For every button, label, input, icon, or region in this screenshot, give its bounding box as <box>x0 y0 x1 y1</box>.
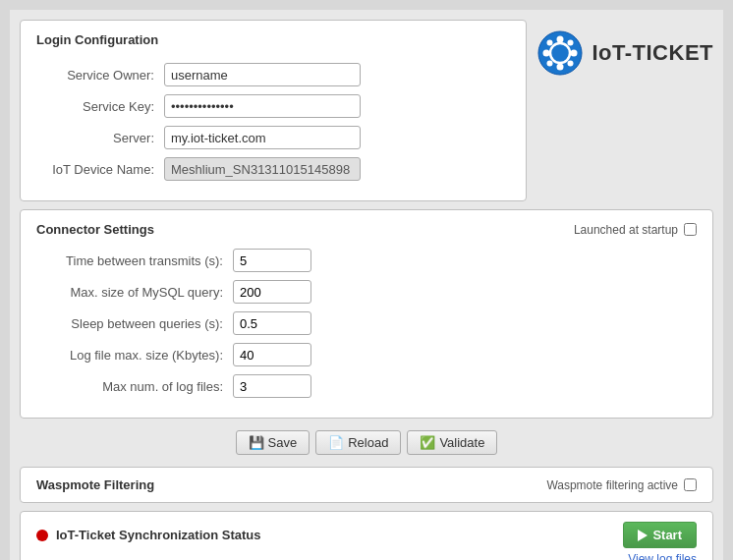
action-buttons-row: 💾 Save 📄 Reload ✅ Validate <box>20 430 713 455</box>
sync-panel-title: IoT-Ticket Synchronization Status <box>56 528 261 542</box>
log-file-size-input[interactable] <box>233 343 311 366</box>
start-button[interactable]: Start <box>623 522 697 548</box>
waspmote-filtering-panel: Waspmote Filtering Waspmote filtering ac… <box>20 467 713 503</box>
service-key-input[interactable] <box>164 94 361 118</box>
reload-button[interactable]: 📄 Reload <box>315 430 401 455</box>
iot-ticket-logo-icon <box>536 29 584 77</box>
play-icon <box>638 530 648 541</box>
svg-point-7 <box>568 61 574 67</box>
logo-area: IoT-TICKET <box>536 20 713 77</box>
service-owner-input[interactable] <box>164 63 361 86</box>
sleep-between-queries-label: Sleep between queries (s): <box>36 316 233 331</box>
launched-at-startup-label: Launched at startup <box>574 223 678 237</box>
service-key-label: Service Key: <box>36 99 164 114</box>
sync-title-area: IoT-Ticket Synchronization Status <box>36 528 261 542</box>
log-file-size-row: Log file max. size (Kbytes): <box>36 343 697 366</box>
svg-point-6 <box>547 40 553 46</box>
svg-point-3 <box>557 64 564 71</box>
max-mysql-label: Max. size of MySQL query: <box>36 285 233 300</box>
iot-device-input <box>164 157 361 181</box>
svg-point-4 <box>543 50 550 57</box>
sync-header: IoT-Ticket Synchronization Status Start <box>36 522 697 548</box>
max-log-files-label: Max num. of log files: <box>36 379 233 394</box>
sleep-between-queries-input[interactable] <box>233 311 311 335</box>
max-log-files-row: Max num. of log files: <box>36 374 697 398</box>
validate-icon: ✅ <box>420 435 435 450</box>
waspmote-header: Waspmote Filtering Waspmote filtering ac… <box>36 477 697 492</box>
server-input[interactable] <box>164 126 361 149</box>
svg-point-8 <box>568 40 574 46</box>
sync-status-panel: IoT-Ticket Synchronization Status Start … <box>20 511 713 560</box>
server-row: Server: <box>36 126 510 149</box>
view-log-row: View log files <box>36 552 697 560</box>
waspmote-active-area: Waspmote filtering active <box>546 478 697 492</box>
connector-settings-panel: Connector Settings Launched at startup T… <box>20 209 713 419</box>
launched-at-startup-checkbox[interactable] <box>684 223 697 236</box>
server-label: Server: <box>36 131 164 145</box>
save-label: Save <box>268 435 298 450</box>
sleep-between-queries-row: Sleep between queries (s): <box>36 311 697 335</box>
connector-panel-title: Connector Settings <box>36 222 154 237</box>
login-configuration-panel: Login Configuration Service Owner: Servi… <box>20 20 527 201</box>
launched-at-startup-area: Launched at startup <box>574 223 697 237</box>
iot-device-row: IoT Device Name: <box>36 157 510 181</box>
service-key-row: Service Key: <box>36 94 510 118</box>
service-owner-row: Service Owner: <box>36 63 510 86</box>
service-owner-label: Service Owner: <box>36 68 164 83</box>
max-mysql-input[interactable] <box>233 280 311 304</box>
save-button[interactable]: 💾 Save <box>236 430 310 455</box>
svg-point-2 <box>557 36 564 43</box>
view-log-files-link[interactable]: View log files <box>628 552 697 560</box>
log-file-size-label: Log file max. size (Kbytes): <box>36 348 233 363</box>
top-row: Login Configuration Service Owner: Servi… <box>20 20 713 201</box>
main-container: Login Configuration Service Owner: Servi… <box>10 10 723 560</box>
reload-label: Reload <box>348 435 388 450</box>
time-between-transmits-label: Time between transmits (s): <box>36 253 233 268</box>
time-between-transmits-input[interactable] <box>233 249 311 272</box>
iot-device-label: IoT Device Name: <box>36 162 164 177</box>
max-mysql-row: Max. size of MySQL query: <box>36 280 697 304</box>
svg-point-5 <box>571 50 578 57</box>
waspmote-panel-title: Waspmote Filtering <box>36 477 154 492</box>
status-indicator-red <box>36 530 48 541</box>
waspmote-active-label: Waspmote filtering active <box>546 478 678 492</box>
start-label: Start <box>652 528 682 542</box>
svg-point-9 <box>547 61 553 67</box>
logo-text: IoT-TICKET <box>592 40 713 66</box>
validate-label: Validate <box>439 435 484 450</box>
login-panel-title: Login Configuration <box>36 32 510 51</box>
validate-button[interactable]: ✅ Validate <box>407 430 497 455</box>
time-between-transmits-row: Time between transmits (s): <box>36 249 697 272</box>
save-icon: 💾 <box>249 435 264 450</box>
connector-header: Connector Settings Launched at startup <box>36 222 697 237</box>
reload-icon: 📄 <box>328 435 344 450</box>
waspmote-active-checkbox[interactable] <box>684 478 697 491</box>
max-log-files-input[interactable] <box>233 374 311 398</box>
